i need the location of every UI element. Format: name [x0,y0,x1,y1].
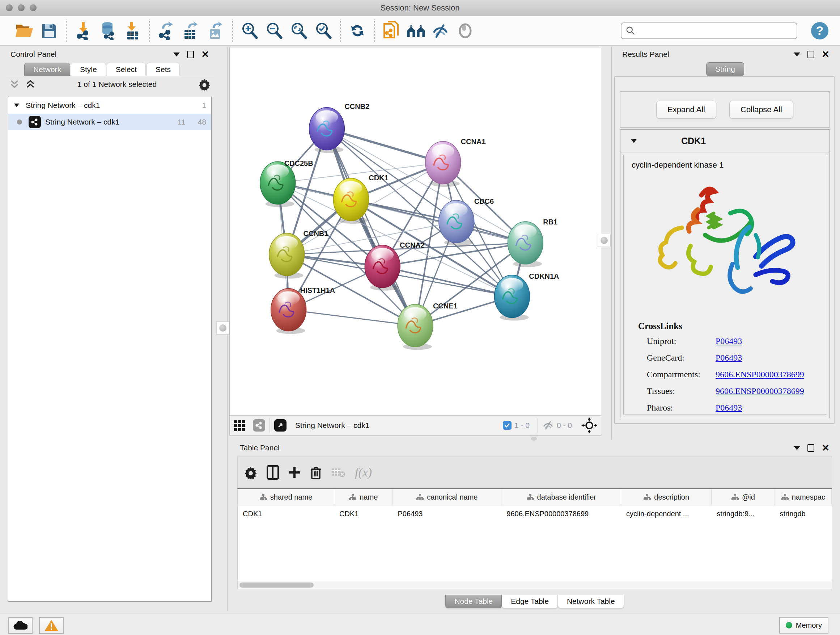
table-cell[interactable]: CDK1 [238,505,334,522]
panel-menu-icon[interactable] [173,52,180,57]
zoom-selected-icon[interactable] [314,20,333,41]
minimize-window-button[interactable] [18,4,25,11]
import-network-icon[interactable] [73,20,93,41]
tab-network-table[interactable]: Network Table [558,595,624,608]
fit-content-crosshair-icon[interactable] [581,417,597,433]
crosslink-value-link[interactable]: P06493 [715,353,742,363]
share-file-icon[interactable] [382,20,401,41]
network-node-CCNE1[interactable]: CCNE1 [398,302,457,350]
export-network-icon[interactable] [156,20,176,41]
horizontal-splitter-handle[interactable] [531,437,537,440]
panel-float-icon[interactable] [187,51,194,58]
table-cell[interactable]: 9606.ENSP00000378699 [501,505,621,522]
network-node-CCNA1[interactable]: CCNA1 [425,138,486,187]
panel-menu-icon[interactable] [794,446,800,450]
scrollbar-thumb[interactable] [240,583,314,587]
network-node-CDC25B[interactable]: CDC25B [260,159,313,207]
network-canvas[interactable]: CCNB2CCNA1CDC25BCDK1CDC6RB1CCNB1CCNA2CDK… [230,48,601,415]
column-header-name[interactable]: name [334,489,393,505]
open-session-icon[interactable] [15,20,34,41]
table-cell[interactable]: stringdb [775,505,832,522]
column-header-description[interactable]: description [621,489,712,505]
tab-style[interactable]: Style [71,63,106,76]
crosslink-value-link[interactable]: 9606.ENSP00000378699 [715,386,804,396]
tab-edge-table[interactable]: Edge Table [502,595,558,608]
network-edge[interactable] [289,310,415,326]
table-cell[interactable]: CDK1 [334,505,393,522]
table-cell[interactable]: cyclin-dependent ... [621,505,712,522]
maximize-window-button[interactable] [30,4,36,11]
table-body: CDK1CDK1P064939606.ENSP00000378699cyclin… [238,505,832,522]
add-column-icon[interactable] [288,466,301,478]
horizontal-scrollbar[interactable] [238,581,832,589]
right-splitter[interactable] [611,47,612,440]
panel-close-icon[interactable]: ✕ [201,51,209,58]
column-header-database-identifier[interactable]: database identifier [501,489,621,505]
panel-close-icon[interactable]: ✕ [821,51,829,58]
zoom-in-icon[interactable] [240,20,259,41]
network-node-RB1[interactable]: RB1 [508,218,557,267]
panel-close-icon[interactable]: ✕ [821,444,829,451]
network-node-CDKN1A[interactable]: CDKN1A [494,272,559,321]
column-header-canonical-name[interactable]: canonical name [393,489,501,505]
panel-menu-icon[interactable] [794,52,800,57]
section-expanded-icon[interactable] [630,138,638,144]
table-cell[interactable]: P06493 [393,505,501,522]
zoom-out-icon[interactable] [264,20,284,41]
network-overview-icon[interactable] [406,20,426,41]
help-icon[interactable]: ? [810,21,829,40]
delete-column-icon[interactable] [310,466,322,479]
save-session-icon[interactable] [39,20,59,41]
tab-network[interactable]: Network [24,63,70,76]
network-row[interactable]: String Network – cdk1 11 48 [8,114,211,130]
column-header-shared-name[interactable]: shared name [238,489,334,505]
collapse-all-button[interactable]: Collapse All [729,101,793,119]
import-table-icon[interactable] [123,20,142,41]
tab-select[interactable]: Select [107,63,146,76]
collapse-all-icon[interactable] [9,79,20,89]
network-label: String Network – cdk1 [45,118,119,126]
search-input[interactable] [635,27,792,35]
warning-status-button[interactable] [39,617,64,634]
column-header-namespac[interactable]: namespac [775,489,832,505]
tab-string[interactable]: String [706,62,744,76]
column-header--id[interactable]: @id [712,489,775,505]
left-splitter-handle[interactable] [216,321,229,334]
cloud-status-button[interactable] [8,617,33,634]
network-collection-row[interactable]: String Network – cdk1 1 [8,97,211,114]
export-table-icon[interactable] [181,20,201,41]
show-columns-icon[interactable] [267,465,279,480]
right-splitter-handle[interactable] [598,234,611,247]
zoom-fit-icon[interactable] [289,20,309,41]
refresh-icon[interactable] [347,20,367,41]
crosslink-value-link[interactable]: P06493 [715,403,742,413]
panel-float-icon[interactable] [807,51,814,58]
expand-all-icon[interactable] [25,79,36,89]
table-cell[interactable]: stringdb:9... [712,505,775,522]
expand-all-button[interactable]: Expand All [656,101,716,119]
network-node-HIST1H1A[interactable]: HIST1H1A [271,287,335,334]
table-row[interactable]: CDK1CDK1P064939606.ENSP00000378699cyclin… [238,505,832,522]
show-all-icon[interactable] [455,20,475,41]
network-edge[interactable] [327,129,415,326]
export-image-icon[interactable] [206,20,225,41]
memory-button[interactable]: Memory [779,617,829,633]
hide-selected-icon[interactable] [431,20,450,41]
close-window-button[interactable] [6,4,13,11]
birds-eye-view-icon[interactable] [233,419,246,432]
network-node-CCNB2[interactable]: CCNB2 [309,103,370,153]
crosslink-value-link[interactable]: P06493 [715,336,742,346]
network-node-CDC6[interactable]: CDC6 [439,197,494,246]
import-database-icon[interactable] [98,20,118,41]
open-in-new-window-icon[interactable] [274,419,286,432]
crosslink-value-link[interactable]: 9606.ENSP00000378699 [715,370,804,379]
tab-sets[interactable]: Sets [147,63,180,76]
panel-float-icon[interactable] [807,444,814,452]
string-style-icon[interactable] [253,419,265,432]
search-box[interactable] [621,22,797,39]
selected-nodes-checkbox[interactable] [503,421,512,430]
tree-expanded-icon[interactable] [13,103,21,108]
table-options-gear-icon[interactable] [244,466,257,479]
tab-node-table[interactable]: Node Table [445,595,502,608]
network-options-gear-icon[interactable] [198,78,210,90]
